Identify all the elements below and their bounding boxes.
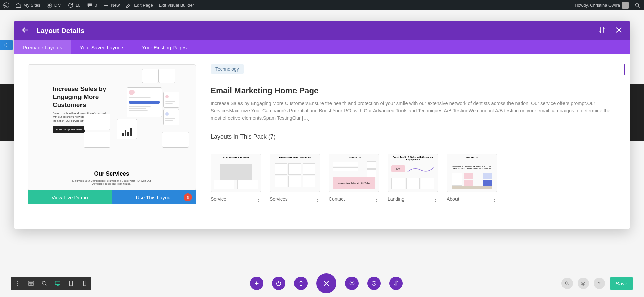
phone-icon[interactable] (78, 277, 91, 290)
modal-body: Increase Sales by Engaging More Customer… (14, 54, 630, 229)
preview-column: Increase Sales by Engaging More Customer… (28, 64, 196, 215)
more-icon[interactable]: ⋮ (256, 195, 261, 203)
preview-services-sub: Maximize Your Campaign's Potential and B… (68, 179, 155, 185)
back-icon[interactable] (21, 26, 29, 35)
howdy-label: Howdy, Christina Gwira (575, 3, 620, 8)
comments-count: 0 (95, 3, 97, 8)
more-icon[interactable]: ⋮ (433, 195, 438, 203)
svg-rect-10 (83, 281, 86, 286)
new-content[interactable]: New (103, 2, 120, 8)
svg-point-3 (636, 3, 639, 6)
thumb-caption: Services (270, 196, 288, 202)
find-icon[interactable] (561, 278, 573, 289)
preview-cta: Book An Appointment (53, 126, 85, 133)
site-name-label: Divi (54, 3, 62, 8)
power-icon[interactable] (272, 277, 285, 290)
updates[interactable]: 10 (68, 2, 80, 8)
save-button[interactable]: Save (610, 277, 633, 290)
thumb-about[interactable]: About UsWith Over 25 Years of Experience… (447, 154, 497, 203)
layers-icon[interactable] (578, 278, 589, 289)
trash-icon[interactable] (294, 277, 308, 290)
preview-headline: Increase Sales by Engaging More Customer… (53, 85, 110, 109)
right-actions: ? Save (561, 277, 633, 290)
swap-icon[interactable] (389, 277, 403, 290)
view-mode-group: ⋮ (11, 277, 91, 290)
view-demo-button[interactable]: View Live Demo (28, 190, 112, 204)
modal-title: Layout Details (36, 27, 85, 35)
use-layout-button[interactable]: Use This Layout 1 (112, 190, 196, 204)
zoom-icon[interactable] (38, 277, 51, 290)
thumb-caption: Contact (329, 196, 345, 202)
step-badge: 1 (184, 193, 192, 201)
thumb-services[interactable]: Email Marketing Services Services⋮ (270, 154, 320, 203)
thumb-contact[interactable]: Contact UsIncrease Your Sales with Divi … (329, 154, 379, 203)
search-icon[interactable] (635, 2, 641, 8)
wp-admin-bar: My Sites Divi 10 0 New Edit Page Exit Vi… (0, 0, 644, 10)
thumb-landing[interactable]: Boost Traffic & Sales with Customer Enga… (388, 154, 438, 203)
bottom-toolbar: ⋮ ? Save (0, 274, 644, 292)
modal-header: Layout Details (14, 21, 630, 40)
add-icon[interactable] (250, 277, 263, 290)
wireframe-icon[interactable] (24, 277, 38, 290)
svg-rect-9 (70, 281, 73, 286)
more-menu-icon[interactable]: ⋮ (11, 277, 24, 290)
user-greeting[interactable]: Howdy, Christina Gwira (575, 2, 629, 9)
tab-saved[interactable]: Your Saved Layouts (71, 40, 133, 54)
use-layout-label: Use This Layout (136, 195, 172, 200)
history-icon[interactable] (367, 277, 381, 290)
close-builder-icon[interactable] (316, 273, 336, 293)
detail-column: Technology Email Marketing Home Page Inc… (211, 64, 616, 215)
sort-icon[interactable] (598, 26, 606, 35)
category-tag[interactable]: Technology (211, 64, 244, 74)
tab-existing[interactable]: Your Existing Pages (133, 40, 196, 54)
tab-premade[interactable]: Premade Layouts (14, 40, 71, 54)
edit-label: Edit Page (134, 3, 153, 8)
thumb-service[interactable]: Social Media Funnel Service⋮ (211, 154, 261, 203)
more-icon[interactable]: ⋮ (492, 195, 497, 203)
updates-count: 10 (76, 3, 80, 8)
desktop-icon[interactable] (51, 277, 64, 290)
my-sites[interactable]: My Sites (15, 2, 40, 8)
center-actions (250, 273, 403, 293)
my-sites-label: My Sites (23, 3, 40, 8)
gear-icon[interactable] (345, 277, 359, 290)
svg-point-7 (42, 281, 45, 284)
modal-tabs: Premade Layouts Your Saved Layouts Your … (14, 40, 630, 54)
svg-rect-6 (31, 283, 33, 285)
svg-rect-5 (29, 283, 31, 285)
wp-logo[interactable] (3, 2, 9, 8)
svg-point-13 (566, 282, 568, 284)
more-icon[interactable]: ⋮ (315, 195, 320, 203)
avatar (622, 2, 629, 9)
comments[interactable]: 0 (87, 2, 97, 8)
site-name[interactable]: Divi (46, 2, 62, 8)
pack-title: Layouts In This Pack (7) (211, 133, 616, 140)
layout-preview: Increase Sales by Engaging More Customer… (28, 64, 196, 190)
layout-title: Email Marketing Home Page (211, 86, 616, 95)
tablet-icon[interactable] (64, 277, 78, 290)
exit-label: Exit Visual Builder (159, 3, 194, 8)
thumb-caption: Landing (388, 196, 405, 202)
svg-rect-4 (29, 281, 33, 283)
new-label: New (111, 3, 120, 8)
thumb-caption: Service (211, 196, 226, 202)
help-icon[interactable]: ? (594, 278, 605, 289)
svg-point-11 (351, 282, 353, 284)
layout-description: Increase Sales by Engaging More Customer… (211, 100, 616, 122)
svg-rect-8 (55, 281, 60, 285)
layout-modal: Layout Details Premade Layouts Your Save… (14, 21, 630, 229)
more-icon[interactable]: ⋮ (374, 195, 379, 203)
move-handle[interactable] (0, 40, 13, 50)
close-icon[interactable] (615, 26, 623, 35)
exit-visual-builder[interactable]: Exit Visual Builder (159, 3, 194, 8)
pack-thumbs: Social Media Funnel Service⋮ Email Marke… (211, 154, 616, 203)
svg-point-1 (48, 4, 50, 6)
preview-actions: View Live Demo Use This Layout 1 (28, 190, 196, 204)
edit-page[interactable]: Edit Page (126, 2, 153, 8)
thumb-caption: About (447, 196, 459, 202)
preview-services-title: Our Services (28, 170, 196, 177)
